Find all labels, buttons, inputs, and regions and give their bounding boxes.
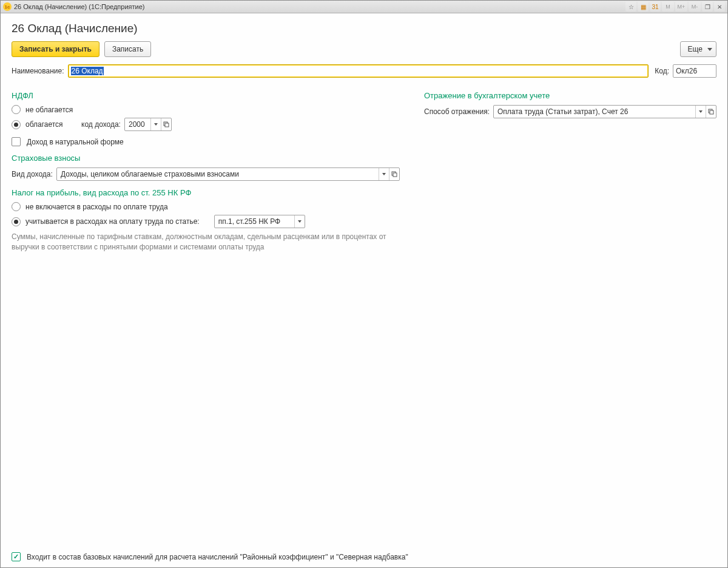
profit-not-included-radio[interactable] <box>12 202 21 211</box>
income-type-row: Вид дохода: Доходы, целиком облагаемые с… <box>12 167 400 181</box>
memory-m-button[interactable]: M <box>662 2 674 12</box>
left-column: НДФЛ не облагается облагается код дохода… <box>12 84 400 252</box>
calculator-icon[interactable]: ▦ <box>638 2 649 12</box>
profit-included-label: учитывается в расходах на оплату труда п… <box>25 217 200 226</box>
toolbar: Записать и закрыть Записать Еще <box>12 41 716 57</box>
profit-not-included-row[interactable]: не включается в расходы по оплате труда <box>12 202 400 211</box>
ndfl-taxed-radio[interactable] <box>12 120 21 129</box>
accounting-method-row: Способ отражения: Оплата труда (Статьи з… <box>424 105 716 118</box>
profit-included-radio[interactable] <box>12 217 21 226</box>
code-label: Код: <box>655 67 669 75</box>
accounting-method-dropdown-icon[interactable] <box>695 106 706 118</box>
insurance-title: Страховые взносы <box>12 154 400 163</box>
ndfl-taxed-row[interactable]: облагается код дохода: 2000 <box>12 118 400 131</box>
accounting-method-combo[interactable]: Оплата труда (Статьи затрат), Счет 26 <box>493 105 716 118</box>
more-button[interactable]: Еще <box>680 41 716 57</box>
base-coeff-label: Входит в состав базовых начислений для р… <box>27 553 408 561</box>
save-button[interactable]: Записать <box>104 41 151 57</box>
code-value: Окл26 <box>676 67 697 75</box>
page-title: 26 Оклад (Начисление) <box>12 22 716 35</box>
close-icon[interactable]: ✕ <box>714 2 725 12</box>
income-code-open-icon[interactable] <box>161 118 171 130</box>
save-close-button[interactable]: Записать и закрыть <box>12 41 99 57</box>
chevron-down-icon <box>707 48 712 51</box>
app-icon: 1c <box>3 2 12 11</box>
income-code-value: 2000 <box>125 118 150 130</box>
svg-rect-1 <box>165 123 169 127</box>
name-value: 26 Оклад <box>71 67 104 75</box>
code-input[interactable]: Окл26 <box>673 64 716 78</box>
ndfl-title: НДФЛ <box>12 91 400 100</box>
accounting-title: Отражение в бухгалтерском учете <box>424 91 716 100</box>
natural-income-row[interactable]: Доход в натуральной форме <box>12 137 400 146</box>
window-title: 26 Оклад (Начисление) (1С:Предприятие) <box>14 3 144 10</box>
app-window: 1c 26 Оклад (Начисление) (1С:Предприятие… <box>0 0 728 568</box>
name-label: Наименование: <box>12 67 64 75</box>
more-label: Еще <box>688 45 703 53</box>
name-code-row: Наименование: 26 Оклад Код: Окл26 <box>12 64 716 78</box>
content-area: 26 Оклад (Начисление) Записать и закрыть… <box>1 13 727 550</box>
income-type-dropdown-icon[interactable] <box>379 168 389 180</box>
save-close-label: Записать и закрыть <box>19 45 92 53</box>
svg-rect-3 <box>393 173 397 177</box>
memory-mplus-button[interactable]: M+ <box>675 2 687 12</box>
flex-spacer <box>12 252 716 546</box>
maximize-icon[interactable]: ❐ <box>702 2 713 12</box>
income-code-combo[interactable]: 2000 <box>124 118 172 131</box>
accounting-method-value: Оплата труда (Статьи затрат), Счет 26 <box>494 106 695 118</box>
natural-income-label: Доход в натуральной форме <box>27 138 124 146</box>
income-type-open-icon[interactable] <box>389 168 399 180</box>
profit-included-row[interactable]: учитывается в расходах на оплату труда п… <box>12 215 400 228</box>
name-input[interactable]: 26 Оклад <box>68 64 649 78</box>
calendar-icon[interactable]: 31 <box>650 2 661 12</box>
income-type-label: Вид дохода: <box>12 170 53 178</box>
profit-article-dropdown-icon[interactable] <box>294 215 305 228</box>
base-coeff-checkbox[interactable] <box>12 552 21 561</box>
ndfl-not-taxed-label: не облагается <box>25 106 73 114</box>
accounting-method-open-icon[interactable] <box>706 106 716 118</box>
income-type-combo[interactable]: Доходы, целиком облагаемые страховыми вз… <box>56 167 400 181</box>
income-code-label: код дохода: <box>81 120 121 129</box>
income-type-value: Доходы, целиком облагаемые страховыми вз… <box>57 168 379 180</box>
profit-article-value: пп.1, ст.255 НК РФ <box>215 215 294 228</box>
two-columns: НДФЛ не облагается облагается код дохода… <box>12 84 716 252</box>
profit-tax-title: Налог на прибыль, вид расхода по ст. 255… <box>12 188 400 197</box>
svg-rect-5 <box>710 110 713 114</box>
titlebar: 1c 26 Оклад (Начисление) (1С:Предприятие… <box>1 1 727 13</box>
ndfl-not-taxed-radio[interactable] <box>12 105 21 114</box>
memory-mminus-button[interactable]: M- <box>689 2 701 12</box>
profit-not-included-label: не включается в расходы по оплате труда <box>25 203 168 211</box>
income-code-dropdown-icon[interactable] <box>150 118 161 130</box>
accounting-method-label: Способ отражения: <box>424 107 490 116</box>
ndfl-not-taxed-row[interactable]: не облагается <box>12 105 400 114</box>
natural-income-checkbox[interactable] <box>12 137 21 146</box>
right-column: Отражение в бухгалтерском учете Способ о… <box>424 84 716 252</box>
save-label: Записать <box>112 45 143 53</box>
profit-article-combo[interactable]: пп.1, ст.255 НК РФ <box>214 215 305 228</box>
favorite-icon[interactable]: ☆ <box>625 2 636 12</box>
footer: Входит в состав базовых начислений для р… <box>1 550 727 567</box>
ndfl-taxed-label: облагается <box>25 120 73 129</box>
profit-tax-hint: Суммы, начисленные по тарифным ставкам, … <box>12 232 400 252</box>
